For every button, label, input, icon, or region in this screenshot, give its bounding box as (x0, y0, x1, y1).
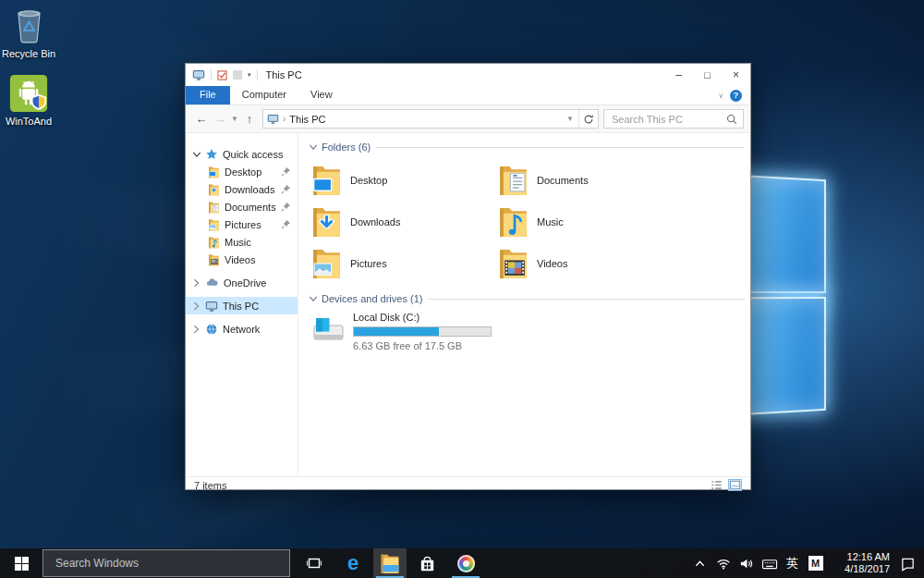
expand-ribbon-icon[interactable]: ∨ (718, 92, 723, 100)
sidebar-item-this-pc[interactable]: This PC (186, 297, 298, 314)
address-dropdown-icon[interactable]: ▼ (562, 115, 578, 123)
title-bar[interactable]: ▾ This PC – □ × (186, 64, 750, 86)
ribbon-right-controls: ∨ ? (718, 86, 750, 105)
sidebar-item-label: Network (223, 324, 260, 335)
start-button[interactable] (0, 548, 43, 578)
folder-tile-pictures[interactable]: Pictures (311, 242, 498, 284)
folder-tile-desktop[interactable]: Desktop (311, 159, 498, 201)
task-view-icon (306, 555, 322, 572)
sidebar-item-videos[interactable]: Videos (186, 251, 298, 268)
search-icon[interactable] (726, 114, 737, 125)
search-input[interactable] (610, 113, 726, 126)
customize-qat-dropdown-icon[interactable]: ▾ (248, 71, 251, 79)
store-icon (418, 554, 437, 573)
up-button[interactable]: ↑ (240, 112, 259, 126)
ime-mode-indicator[interactable]: M (804, 548, 827, 578)
taskbar-search-input[interactable] (54, 556, 279, 571)
desktop-icon-wintoand[interactable]: WinToAnd (0, 74, 57, 127)
sidebar-item-label: Downloads (225, 184, 274, 195)
maximize-button[interactable]: □ (693, 64, 722, 86)
minimize-button[interactable]: – (664, 64, 693, 86)
wifi-icon[interactable] (711, 548, 735, 578)
search-box[interactable] (603, 109, 744, 129)
ime-language-indicator[interactable]: 英 (781, 548, 804, 578)
tile-label: Downloads (350, 216, 400, 228)
properties-checkbox-icon[interactable] (217, 70, 227, 80)
ribbon-tabs: File Computer View ∨ ? (186, 86, 750, 105)
drive-tile-local-disk-c[interactable]: Local Disk (C:) 6.63 GB free of 17.5 GB (311, 311, 745, 351)
folder-downloads-icon (208, 183, 220, 196)
collapse-group-icon[interactable] (310, 142, 317, 152)
tray-overflow-chevron-icon[interactable] (688, 548, 711, 578)
taskbar-store-button[interactable] (410, 548, 444, 578)
address-bar[interactable]: › This PC ▼ (262, 109, 599, 129)
back-button[interactable]: ← (192, 112, 211, 126)
pin-icon (281, 184, 291, 194)
items-count: 7 items (194, 480, 226, 491)
navigation-bar: ← → ▼ ↑ › This PC ▼ (186, 105, 750, 133)
sidebar-item-desktop[interactable]: Desktop (186, 163, 298, 180)
recent-locations-dropdown-icon[interactable]: ▼ (229, 115, 240, 123)
status-bar: 7 items (186, 476, 750, 493)
volume-icon[interactable] (735, 548, 758, 578)
drive-name: Local Disk (C:) (353, 312, 492, 323)
help-icon[interactable]: ? (730, 90, 742, 102)
forward-button[interactable]: → (211, 112, 229, 126)
tab-computer[interactable]: Computer (230, 86, 298, 105)
sidebar-item-onedrive[interactable]: OneDrive (186, 274, 298, 291)
tile-label: Documents (537, 175, 589, 186)
folder-tile-documents[interactable]: Documents (498, 159, 685, 201)
close-button[interactable]: × (722, 64, 750, 86)
folders-grid: Desktop Documents Downloads Music (311, 159, 745, 284)
taskbar-clock[interactable]: 12:16 AM 4/18/2017 (827, 551, 896, 575)
folder-tile-downloads[interactable]: Downloads (311, 201, 498, 242)
taskbar-edge-button[interactable]: e (336, 548, 370, 578)
folder-music-icon (208, 236, 220, 249)
android-shield-icon (9, 74, 48, 113)
folder-tile-music[interactable]: Music (498, 201, 685, 242)
folder-pictures-icon (208, 218, 220, 231)
sidebar-item-music[interactable]: Music (186, 233, 298, 251)
sidebar-item-pictures[interactable]: Pictures (186, 215, 298, 233)
chevron-right-icon[interactable] (192, 278, 201, 288)
folder-videos-icon (208, 253, 220, 266)
taskbar-search-box[interactable] (43, 549, 290, 577)
window-title: This PC (266, 69, 302, 80)
pin-icon (281, 202, 291, 212)
touch-keyboard-icon[interactable] (758, 548, 781, 578)
details-view-icon[interactable] (711, 479, 723, 491)
desktop-icon-recycle-bin[interactable]: Recycle Bin (0, 6, 57, 59)
sidebar-item-downloads[interactable]: Downloads (186, 180, 298, 198)
folder-documents-icon (208, 201, 220, 214)
chevron-right-icon[interactable] (192, 325, 201, 334)
large-icons-view-icon[interactable] (728, 479, 742, 491)
folder-desktop-icon (311, 163, 342, 197)
refresh-icon[interactable] (578, 110, 598, 128)
collapse-group-icon[interactable] (310, 294, 317, 303)
breadcrumb[interactable]: This PC (289, 114, 325, 125)
action-center-icon[interactable] (896, 548, 919, 578)
folder-tile-videos[interactable]: Videos (498, 242, 685, 284)
chevron-right-icon[interactable] (192, 301, 201, 311)
tab-file[interactable]: File (186, 86, 230, 105)
taskbar: e 英 M (0, 548, 924, 578)
this-pc-icon (267, 113, 279, 125)
group-header-devices[interactable]: Devices and drives (1) (310, 293, 745, 304)
taskbar-theme-app-button[interactable] (449, 548, 482, 578)
new-folder-icon[interactable] (233, 70, 242, 80)
tile-label: Pictures (350, 258, 387, 269)
group-header-folders[interactable]: Folders (6) (310, 141, 745, 153)
clock-time: 12:16 AM (831, 551, 890, 563)
group-header-rule (428, 299, 745, 300)
chevron-down-icon[interactable] (192, 150, 201, 159)
sidebar-item-documents[interactable]: Documents (186, 198, 298, 215)
task-view-button[interactable] (298, 548, 331, 578)
quick-access-toolbar: ▾ (186, 68, 258, 81)
tile-label: Desktop (350, 175, 387, 186)
group-title: Folders (6) (322, 141, 371, 153)
sidebar-item-network[interactable]: Network (186, 320, 298, 338)
tab-view[interactable]: View (298, 86, 345, 105)
desktop-icon-label: Recycle Bin (2, 48, 55, 59)
taskbar-explorer-button[interactable] (373, 548, 407, 578)
sidebar-item-quick-access[interactable]: Quick access (186, 145, 298, 163)
